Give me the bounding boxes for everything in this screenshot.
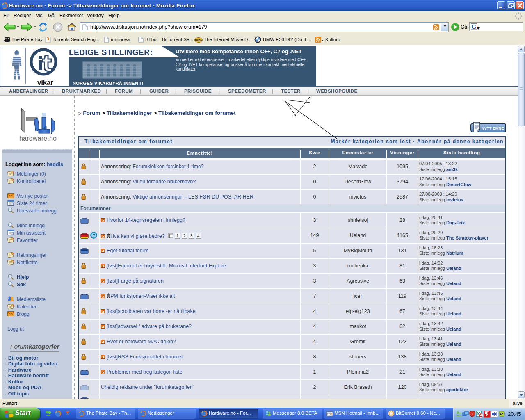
- svg-text:!: !: [472, 412, 473, 416]
- svg-text:IMDb: IMDb: [195, 39, 202, 42]
- svg-text:?: ?: [92, 233, 95, 237]
